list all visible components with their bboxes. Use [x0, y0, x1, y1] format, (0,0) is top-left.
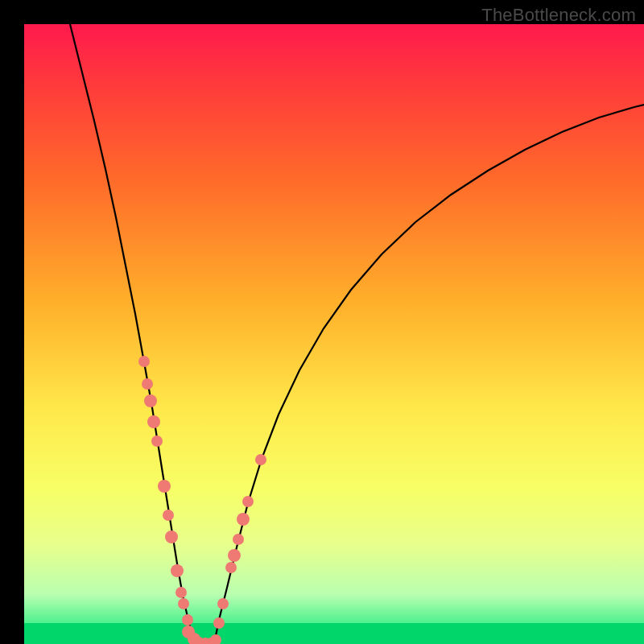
data-marker [255, 454, 266, 465]
chart-svg [24, 24, 644, 644]
data-marker [237, 513, 250, 526]
data-marker [165, 530, 178, 543]
marker-group [138, 356, 266, 644]
data-marker [147, 415, 160, 428]
data-marker [175, 587, 187, 598]
data-marker [158, 480, 171, 493]
data-marker [178, 598, 189, 609]
data-marker [242, 496, 254, 507]
plot-area [24, 24, 644, 644]
data-marker [163, 510, 174, 521]
curve-group [70, 24, 644, 644]
data-marker [142, 378, 153, 390]
data-marker [151, 436, 163, 447]
data-marker [228, 549, 241, 562]
data-marker [217, 598, 229, 609]
data-marker [144, 394, 157, 407]
data-marker [233, 534, 244, 545]
chart-frame: TheBottleneck.com [0, 0, 644, 644]
data-marker [138, 356, 150, 367]
curve-right-curve [214, 105, 644, 644]
data-marker [171, 564, 184, 577]
watermark-text: TheBottleneck.com [481, 5, 636, 26]
data-marker [225, 562, 237, 573]
data-marker [210, 634, 221, 644]
data-marker [213, 617, 225, 629]
curve-left-curve [70, 24, 196, 644]
data-marker [182, 614, 193, 625]
